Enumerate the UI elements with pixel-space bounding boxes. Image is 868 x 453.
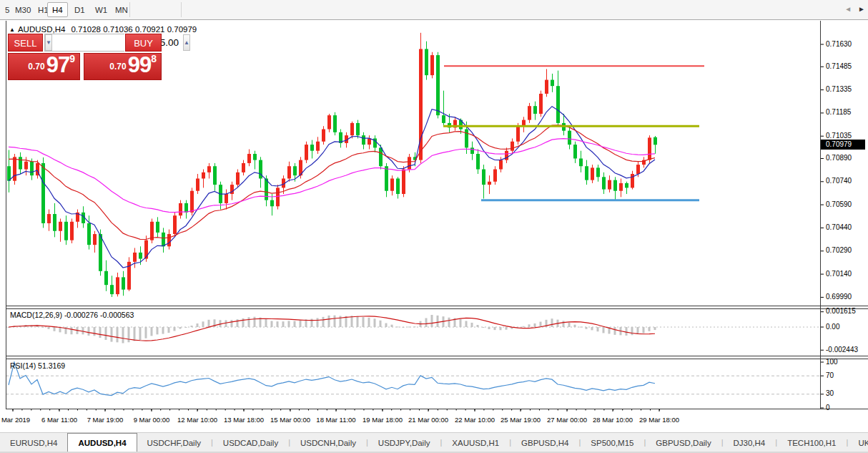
buy-button[interactable]: BUY [125,34,162,52]
tab-item-gbpusd-h4[interactable]: GBPUSD,H4 [511,434,578,452]
date-axis-label: 6 Mar 11:00 [41,416,77,424]
rsi-axis-label: 70 [826,371,834,379]
volume-input[interactable] [52,34,183,51]
trade-top-row: SELL ▼ ▲ BUY [8,34,162,52]
sell-button[interactable]: SELL [8,34,43,52]
ma-slow-line [9,139,655,213]
price-axis-label: 0.71335 [826,85,852,93]
date-axis-label: 28 Mar 10:00 [593,416,633,424]
rsi-name: RSI(14) [10,361,36,370]
sell-price-big-digits: 97 [46,52,69,77]
date-axis-label: 18 Mar 11:00 [316,416,355,424]
toolbar-separator [181,2,182,17]
price-axis-label: 0.70590 [826,200,852,208]
date-axis-label: 19 Mar 18:00 [363,416,403,424]
tab-item-xauusd-h1[interactable]: XAUUSD,H1 [442,434,509,452]
chart-symbol-header: ▲AUDUSD,H40.71028 0.71036 0.70921 0.7097… [9,25,197,34]
price-axis-label: 0.70740 [826,177,852,185]
tab-scroll-left-icon[interactable]: ◄ [844,5,852,13]
timeframe-button-h4[interactable]: H4 [47,2,68,17]
timeframe-button-d1[interactable]: D1 [69,2,90,17]
tab-scroll-right-icon[interactable]: ► [858,5,865,13]
date-axis-label: 12 Mar 10:00 [177,416,217,424]
sell-price-pip-digit: 9 [69,53,75,64]
toolbar-separator [129,2,130,17]
timeframe-toolbar: 5M30H1H4D1W1MN [0,0,868,20]
rsi-axis-label: 30 [826,389,834,397]
rsi-panel-layer [6,376,820,394]
rsi-line [9,362,655,396]
rsi-label: RSI(14) 51.3169 [10,361,65,370]
buy-price-big-digits: 99 [128,52,151,77]
sell-price-panel[interactable]: 0.70979 [8,53,80,80]
rsi-current-value: 51.3169 [38,361,65,370]
tab-item-usdcad-daily[interactable]: USDCAD,Daily [213,434,288,452]
macd-bottom-border[interactable] [6,356,868,356]
tab-item-audusd-h4[interactable]: AUDUSD,H4 [67,433,137,452]
macd-axis-label: 0.001615 [826,307,856,315]
date-axis-label: 29 Mar 18:00 [639,416,679,424]
tab-item-eurusd-h4[interactable]: EURUSD,H4 [0,434,67,452]
ma-mid-line [9,125,655,240]
symbol-name: AUDUSD,H4 [18,25,65,34]
rsi-axis-label: 100 [826,358,838,366]
tab-item-usdjpy-daily[interactable]: USDJPY,Daily [368,434,440,452]
macd-axis-label: -0.002443 [826,346,858,354]
rsi-top-border [6,359,868,359]
price-axis-label: 0.70890 [826,154,852,162]
price-axis-label: 0.71630 [826,40,852,48]
timeframe-button-m30[interactable]: M30 [10,2,36,17]
date-axis-label: 21 Mar 00:00 [408,416,448,424]
macd-current-values: -0.000276 -0.000563 [64,311,134,319]
rsi-bottom-border [6,409,868,409]
axis-ticks [13,44,824,411]
date-axis-label: 15 Mar 00:00 [270,416,310,424]
date-axis-label: 5 Mar 2019 [0,416,30,424]
ma-fast-line [9,107,655,268]
chart-macd-divider[interactable] [6,306,868,306]
date-axis-label: 7 Mar 19:00 [87,416,124,424]
price-axis-label: 0.70290 [826,246,852,254]
volume-increase-icon[interactable]: ▲ [183,34,190,51]
trading-app-window: 5M30H1H4D1W1MN ▲AUDUSD,H40.71028 0.71036… [0,0,868,453]
price-axis-label: 0.70140 [826,270,852,278]
price-axis-label: 0.70440 [826,223,852,231]
tab-item-dj30-h4[interactable]: DJ30,H4 [724,434,776,452]
volume-spinbox: ▼ ▲ [44,34,124,52]
date-axis-label: 22 Mar 10:00 [455,416,495,424]
collapse-triangle-icon[interactable]: ▲ [9,26,15,33]
macd-name: MACD(12,26,9) [10,311,62,319]
tab-item-ukoil[interactable]: UKOil, [848,434,868,452]
buy-price-prefix: 0.70 [109,62,126,72]
date-axis-label: 25 Mar 19:00 [500,416,541,424]
tab-item-usdchf-daily[interactable]: USDCHF,Daily [137,434,211,452]
rsi-axis-label: 0 [826,404,830,411]
tab-item-gbpusd-daily[interactable]: GBPUSD,Daily [646,434,721,452]
buy-price: 0.70998 [109,52,157,78]
price-axis-label: 0.71485 [826,62,852,70]
date-axis-label: 27 Mar 00:00 [547,416,587,424]
tab-item-tech100-h1[interactable]: TECH100,H1 [777,434,846,452]
macd-label: MACD(12,26,9) -0.000276 -0.000563 [10,311,134,319]
volume-decrease-icon[interactable]: ▼ [45,34,52,51]
timeframe-button-w1[interactable]: W1 [90,2,112,17]
chart-tab-bar: EURUSD,H4AUDUSD,H4USDCHF,Daily|USDCAD,Da… [0,432,868,452]
date-axis-label: 13 Mar 18:00 [224,416,264,424]
price-axis-border [820,21,821,409]
price-axis-label: 0.71035 [826,132,852,140]
tab-item-sp500-m15[interactable]: SP500,M15 [581,434,643,452]
one-click-trading-widget: SELL ▼ ▲ BUY 0.70979 0.70998 [8,34,162,52]
macd-top-border [6,308,868,309]
price-axis-label: 0.69990 [826,293,852,301]
sell-price: 0.70979 [28,52,75,78]
tab-scroll-arrows: ◄► [844,5,865,13]
ohlc-values: 0.71028 0.71036 0.70921 0.70979 [71,25,197,34]
sell-price-prefix: 0.70 [28,62,44,72]
buy-price-panel[interactable]: 0.70998 [84,53,162,80]
price-axis-label: 0.71185 [826,108,851,116]
current-price-tag: 0.70979 [821,140,865,150]
macd-axis-label: 0.00 [826,323,839,331]
buy-price-pip-digit: 8 [151,53,157,64]
date-axis-label: 9 Mar 00:00 [134,416,170,424]
tab-item-usdcnh-daily[interactable]: USDCNH,Daily [290,434,366,452]
